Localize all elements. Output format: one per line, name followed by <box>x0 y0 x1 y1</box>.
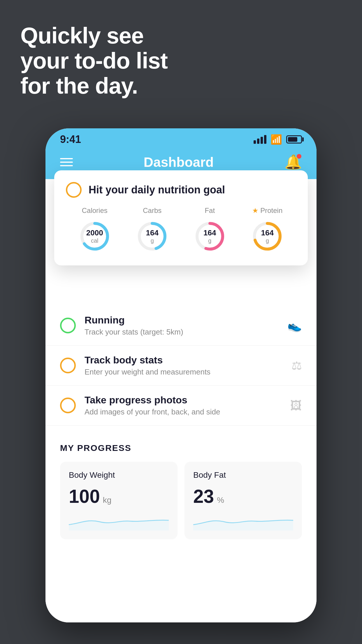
donut-chart: 164 g <box>192 219 227 254</box>
progress-card-title: Body Fat <box>193 470 293 480</box>
donut-chart: 164 g <box>135 219 170 254</box>
task-circle <box>60 358 76 373</box>
nutrition-item-protein: ★Protein 164 g <box>250 206 285 254</box>
donut-unit: g <box>261 237 274 244</box>
nutrition-label: ★Protein <box>252 206 282 215</box>
task-circle-nutrition <box>66 182 82 198</box>
wifi-icon: 📶 <box>270 134 282 145</box>
donut-value: 164 <box>203 228 216 237</box>
progress-value: 100 <box>69 486 100 507</box>
phone-screen: 9:41 📶 Dashboard 🔔 <box>45 128 317 622</box>
task-list: RunningTrack your stats (target: 5km)👟Tr… <box>45 306 317 426</box>
task-title: Running <box>85 314 302 326</box>
phone-body: THINGS TO DO TODAY Hit your daily nutrit… <box>45 179 317 622</box>
progress-value-row: 23% <box>193 486 293 507</box>
task-item[interactable]: Track body statsEnter your weight and me… <box>45 346 317 386</box>
donut-center: 2000 cal <box>86 228 103 244</box>
nutrition-label: Carbs <box>143 206 161 215</box>
header-title: Dashboard <box>144 154 214 170</box>
nutrition-card[interactable]: Hit your daily nutrition goal Calories 2… <box>54 170 308 265</box>
notification-badge <box>297 154 301 159</box>
hero-line3: for the day. <box>20 74 168 99</box>
nutrition-label: Fat <box>205 206 215 215</box>
progress-title: MY PROGRESS <box>60 443 302 453</box>
donut-value: 164 <box>261 228 274 237</box>
nutrition-label-text: Fat <box>205 206 215 215</box>
progress-section: MY PROGRESS Body Weight100kg Body Fat23% <box>45 426 317 551</box>
progress-value: 23 <box>193 486 214 507</box>
donut-center: 164 g <box>146 228 159 244</box>
nutrition-task-row: Hit your daily nutrition goal <box>66 182 296 198</box>
progress-chart <box>69 513 169 531</box>
donut-center: 164 g <box>203 228 216 244</box>
progress-unit: % <box>217 496 224 505</box>
progress-unit: kg <box>103 496 112 505</box>
progress-card[interactable]: Body Weight100kg <box>60 462 178 539</box>
task-title: Track body stats <box>85 354 302 366</box>
nutrition-label-text: Protein <box>260 206 282 215</box>
donut-unit: cal <box>86 237 103 244</box>
donut-center: 164 g <box>261 228 274 244</box>
nutrition-task-label: Hit your daily nutrition goal <box>89 184 225 196</box>
nutrition-grid: Calories 2000 cal Carbs 164 g Fat 164 g … <box>66 206 296 254</box>
nutrition-label-text: Carbs <box>143 206 161 215</box>
task-info: Take progress photosAdd images of your f… <box>85 394 302 416</box>
progress-card-title: Body Weight <box>69 470 169 480</box>
task-icon: 🖼 <box>290 399 302 412</box>
donut-unit: g <box>146 237 159 244</box>
status-time: 9:41 <box>60 133 81 146</box>
task-info: RunningTrack your stats (target: 5km) <box>85 314 302 337</box>
donut-unit: g <box>203 237 216 244</box>
notification-button[interactable]: 🔔 <box>284 154 302 170</box>
donut-value: 164 <box>146 228 159 237</box>
task-icon: 👟 <box>287 319 302 332</box>
progress-chart <box>193 513 293 531</box>
task-info: Track body statsEnter your weight and me… <box>85 354 302 377</box>
hero-text: Quickly see your to-do list for the day. <box>20 23 168 98</box>
task-subtitle: Add images of your front, back, and side <box>85 407 302 416</box>
task-title: Take progress photos <box>85 394 302 406</box>
nutrition-label-text: Calories <box>82 206 108 215</box>
nutrition-item-carbs: Carbs 164 g <box>135 206 170 254</box>
signal-icon <box>254 135 266 144</box>
donut-chart: 164 g <box>250 219 285 254</box>
status-bar: 9:41 📶 <box>45 128 317 148</box>
phone-mockup: 9:41 📶 Dashboard 🔔 <box>45 128 317 622</box>
hamburger-button[interactable] <box>60 158 73 166</box>
battery-icon <box>286 135 302 144</box>
task-subtitle: Enter your weight and measurements <box>85 368 302 377</box>
task-circle <box>60 398 76 413</box>
donut-chart: 2000 cal <box>77 219 112 254</box>
nutrition-item-fat: Fat 164 g <box>192 206 227 254</box>
task-circle <box>60 318 76 333</box>
hero-line1: Quickly see <box>20 23 168 48</box>
task-icon: ⚖ <box>291 359 302 372</box>
star-icon: ★ <box>252 206 259 215</box>
nutrition-item-calories: Calories 2000 cal <box>77 206 112 254</box>
nutrition-label: Calories <box>82 206 108 215</box>
progress-cards: Body Weight100kg Body Fat23% <box>60 462 302 539</box>
progress-value-row: 100kg <box>69 486 169 507</box>
progress-card[interactable]: Body Fat23% <box>184 462 302 539</box>
task-item[interactable]: Take progress photosAdd images of your f… <box>45 386 317 426</box>
task-item[interactable]: RunningTrack your stats (target: 5km)👟 <box>45 306 317 346</box>
hero-line2: your to-do list <box>20 48 168 74</box>
task-subtitle: Track your stats (target: 5km) <box>85 328 302 337</box>
donut-value: 2000 <box>86 228 103 237</box>
status-icons: 📶 <box>254 134 302 145</box>
